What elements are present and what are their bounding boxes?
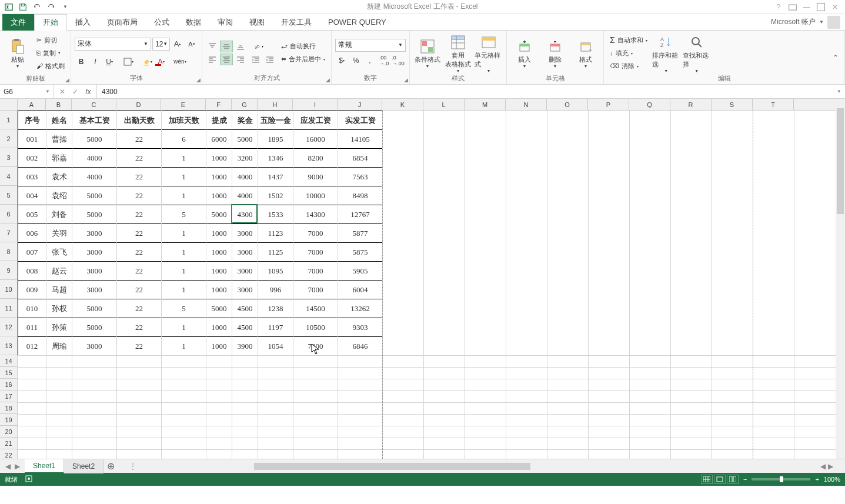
table-row[interactable]: 012周瑜300022110003900105479006846: [18, 337, 383, 356]
row-header-10[interactable]: 10: [0, 280, 17, 299]
copy-button[interactable]: ⎘复制▾: [34, 47, 67, 59]
redo-icon[interactable]: [45, 1, 58, 13]
table-cell[interactable]: 1: [162, 318, 206, 337]
underline-icon[interactable]: U▾: [103, 55, 116, 68]
table-cell[interactable]: 22: [117, 337, 162, 356]
table-cell[interactable]: 22: [117, 186, 162, 205]
table-cell[interactable]: 3000: [232, 224, 258, 243]
table-cell[interactable]: 1000: [206, 186, 232, 205]
table-cell[interactable]: 13262: [338, 299, 383, 318]
spreadsheet-grid[interactable]: ABCDEFGHIJKLMNOPQRST 1234567891011121314…: [0, 99, 845, 459]
row-header-19[interactable]: 19: [0, 414, 17, 426]
table-cell[interactable]: 10500: [293, 318, 338, 337]
table-cell[interactable]: 14105: [338, 130, 383, 149]
horizontal-scroll-thumb[interactable]: [254, 463, 530, 470]
align-middle-icon[interactable]: [220, 41, 233, 52]
col-header-R[interactable]: R: [670, 99, 712, 110]
vertical-scrollbar[interactable]: [836, 99, 845, 459]
table-cell[interactable]: 5: [162, 205, 206, 224]
row-header-3[interactable]: 3: [0, 148, 17, 167]
format-as-table-button[interactable]: 套用 表格格式▼: [444, 32, 472, 74]
sheet-tab-1[interactable]: Sheet1: [25, 459, 64, 473]
font-color-icon[interactable]: A▾: [155, 55, 168, 68]
table-row[interactable]: 008赵云300022110003000109570005905: [18, 262, 383, 281]
tab-formulas[interactable]: 公式: [146, 14, 178, 31]
table-cell[interactable]: 14300: [293, 205, 338, 224]
table-cell[interactable]: 5000: [72, 318, 117, 337]
paste-button[interactable]: 粘贴 ▼: [4, 32, 32, 74]
horizontal-scrollbar[interactable]: [254, 462, 818, 470]
col-header-L[interactable]: L: [423, 99, 465, 110]
column-headers[interactable]: ABCDEFGHIJKLMNOPQRST: [18, 99, 836, 111]
percent-icon[interactable]: %: [349, 54, 362, 67]
table-cell[interactable]: 1: [162, 186, 206, 205]
col-header-T[interactable]: T: [753, 99, 794, 110]
table-cell[interactable]: 张飞: [46, 243, 72, 262]
align-right-icon[interactable]: [234, 54, 247, 65]
col-header-Q[interactable]: Q: [629, 99, 670, 110]
add-sheet-icon[interactable]: ⊕: [103, 460, 118, 472]
row-header-1[interactable]: 1: [0, 111, 17, 129]
row-header-15[interactable]: 15: [0, 367, 17, 379]
table-cell[interactable]: 010: [18, 299, 46, 318]
table-row[interactable]: 011孙策5000221100045001197105009303: [18, 318, 383, 337]
table-cell[interactable]: 1054: [258, 337, 293, 356]
table-cell[interactable]: 008: [18, 262, 46, 281]
col-header-K[interactable]: K: [382, 99, 423, 110]
table-cell[interactable]: 6846: [338, 337, 383, 356]
table-cell[interactable]: 9000: [293, 168, 338, 186]
table-cell[interactable]: 3000: [232, 243, 258, 262]
zoom-slider-thumb[interactable]: [780, 476, 783, 482]
table-cell[interactable]: 7563: [338, 168, 383, 186]
table-cell[interactable]: 3000: [72, 281, 117, 299]
table-row[interactable]: 010孙权50002255000450012381450013262: [18, 299, 383, 318]
table-cell[interactable]: 1123: [258, 224, 293, 243]
table-cell[interactable]: 007: [18, 243, 46, 262]
tab-layout[interactable]: 页面布局: [99, 14, 146, 31]
table-cell[interactable]: 3000: [72, 224, 117, 243]
tab-data[interactable]: 数据: [178, 14, 209, 31]
table-cell[interactable]: 1000: [206, 243, 232, 262]
table-cell[interactable]: 22: [117, 224, 162, 243]
table-cell[interactable]: 3000: [232, 281, 258, 299]
tab-insert[interactable]: 插入: [67, 14, 99, 31]
align-left-icon[interactable]: [206, 54, 219, 65]
table-cell[interactable]: 22: [117, 318, 162, 337]
table-cell[interactable]: 1000: [206, 337, 232, 356]
qat-dropdown-icon[interactable]: ▼: [59, 1, 72, 13]
col-header-M[interactable]: M: [465, 99, 506, 110]
decrease-font-icon[interactable]: A▾: [185, 38, 198, 51]
name-box[interactable]: G6▼: [0, 85, 54, 98]
table-cell[interactable]: 9303: [338, 318, 383, 337]
table-row[interactable]: 001曹操50002266000500018951600014105: [18, 130, 383, 149]
number-format-combo[interactable]: 常规▼: [335, 39, 406, 52]
format-painter-button[interactable]: 🖌格式刷: [34, 60, 67, 72]
select-all-corner[interactable]: [0, 99, 18, 111]
table-cell[interactable]: 5000: [72, 186, 117, 205]
ribbon-options-icon[interactable]: [787, 2, 798, 12]
table-cell[interactable]: 1: [162, 149, 206, 168]
col-header-O[interactable]: O: [547, 99, 588, 110]
wrap-text-button[interactable]: ⮐自动换行: [279, 41, 328, 52]
table-cell[interactable]: 3000: [72, 243, 117, 262]
table-cell[interactable]: 7000: [293, 281, 338, 299]
table-cell[interactable]: 003: [18, 168, 46, 186]
table-cell[interactable]: 6: [162, 130, 206, 149]
zoom-in-icon[interactable]: +: [815, 476, 819, 483]
table-cell[interactable]: 011: [18, 318, 46, 337]
table-cell[interactable]: 7900: [293, 337, 338, 356]
tab-powerquery[interactable]: POWER QUERY: [320, 14, 395, 31]
row-header-13[interactable]: 13: [0, 336, 17, 355]
fill-button[interactable]: ↓填充▾: [607, 47, 650, 59]
row-header-7[interactable]: 7: [0, 223, 17, 242]
table-header[interactable]: 应发工资: [293, 111, 338, 130]
table-cell[interactable]: 22: [117, 299, 162, 318]
minimize-icon[interactable]: —: [801, 2, 812, 12]
zoom-slider[interactable]: [752, 478, 810, 480]
table-cell[interactable]: 4000: [72, 168, 117, 186]
formula-input[interactable]: 4300: [97, 88, 833, 96]
table-cell[interactable]: 孙策: [46, 318, 72, 337]
close-icon[interactable]: ✕: [830, 2, 840, 12]
col-header-C[interactable]: C: [72, 99, 116, 110]
col-header-I[interactable]: I: [293, 99, 338, 110]
